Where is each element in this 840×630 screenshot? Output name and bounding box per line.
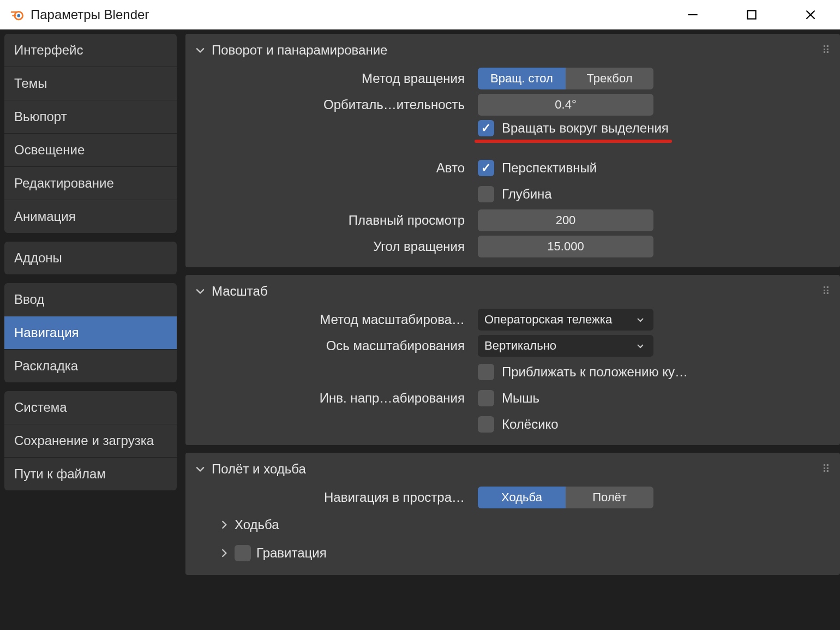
chevron-down-icon[interactable] (194, 44, 206, 56)
preferences-main: Поворот и панарамирование ⠿ Метод вращен… (185, 34, 840, 630)
sidebar-item[interactable]: Интерфейс (4, 34, 177, 67)
label-rotation-angle: Угол вращения (185, 239, 478, 254)
drag-grip-icon[interactable]: ⠿ (822, 466, 831, 472)
zoom-axis-dropdown[interactable]: Вертикально (478, 335, 653, 357)
subpanel-walk-label: Ходьба (235, 517, 279, 532)
zoom-to-mouse-label: Приближать к положению ку… (502, 364, 688, 380)
chevron-down-icon (634, 341, 647, 350)
label-zoom-axis: Ось масштабирования (185, 338, 478, 353)
blender-icon (10, 8, 24, 22)
sidebar-item[interactable]: Система (4, 391, 177, 424)
zoom-to-mouse-checkbox[interactable] (478, 364, 494, 380)
titlebar: Параметры Blender (0, 0, 840, 29)
sidebar-item[interactable]: Аддоны (4, 242, 177, 274)
gravity-checkbox[interactable] (235, 545, 251, 561)
orbit-sensitivity-field[interactable]: 0.4° (478, 94, 653, 116)
sidebar-item[interactable]: Сохранение и загрузка (4, 424, 177, 458)
toggle-option[interactable]: Вращ. стол (478, 68, 566, 89)
chevron-down-icon[interactable] (194, 285, 206, 297)
label-smooth-view: Плавный просмотр (185, 213, 478, 228)
chevron-right-icon (218, 547, 230, 559)
chevron-right-icon (218, 519, 230, 531)
sidebar-item[interactable]: Темы (4, 67, 177, 100)
svg-point-1 (17, 14, 20, 17)
chevron-down-icon (634, 315, 647, 324)
orbit-around-selection-checkbox[interactable] (478, 120, 494, 136)
invert-wheel-checkbox[interactable] (478, 416, 494, 433)
auto-depth-label: Глубина (502, 187, 552, 202)
subpanel-gravity-label: Гравитация (256, 545, 327, 561)
sidebar-item[interactable]: Освещение (4, 134, 177, 167)
label-orbit-sensitivity: Орбиталь…ительность (185, 97, 478, 112)
invert-wheel-label: Колёсико (502, 417, 559, 432)
sidebar-item[interactable]: Вьюпорт (4, 100, 177, 134)
panel-title: Масштаб (212, 284, 268, 299)
view-navigation-toggle[interactable]: ХодьбаПолёт (478, 487, 653, 508)
rotation-angle-field[interactable]: 15.000 (478, 236, 653, 257)
sidebar-item[interactable]: Анимация (4, 200, 177, 233)
auto-perspective-label: Перспективный (502, 160, 597, 176)
sidebar-item[interactable]: Раскладка (4, 350, 177, 382)
panel-title: Полёт и ходьба (212, 461, 306, 477)
chevron-down-icon[interactable] (194, 463, 206, 475)
svg-rect-3 (747, 10, 755, 19)
toggle-option[interactable]: Полёт (566, 487, 653, 508)
sidebar-item[interactable]: Пути к файлам (4, 458, 177, 490)
label-zoom-method: Метод масштабирова… (185, 312, 478, 327)
sidebar-item[interactable]: Ввод (4, 283, 177, 316)
invert-mouse-checkbox[interactable] (478, 390, 494, 406)
orbit-method-toggle[interactable]: Вращ. столТрекбол (478, 68, 653, 89)
sidebar-item[interactable]: Редактирование (4, 167, 177, 200)
label-orbit-method: Метод вращения (185, 71, 478, 86)
subpanel-gravity[interactable]: Гравитация (185, 539, 840, 567)
window-maximize-button[interactable] (722, 0, 781, 29)
invert-mouse-label: Мышь (502, 391, 539, 406)
window-title: Параметры Blender (31, 7, 149, 22)
subpanel-walk[interactable]: Ходьба (185, 511, 840, 539)
panel-title: Поворот и панарамирование (212, 43, 387, 58)
toggle-option[interactable]: Трекбол (566, 68, 653, 89)
panel-orbit-pan: Поворот и панарамирование ⠿ Метод вращен… (185, 34, 840, 267)
label-invert-zoom: Инв. напр…абирования (185, 391, 478, 406)
sidebar-item[interactable]: Навигация (4, 316, 177, 350)
label-auto: Авто (185, 160, 478, 176)
label-view-navigation: Навигация в простра… (185, 490, 478, 505)
preferences-sidebar: ИнтерфейсТемыВьюпортОсвещениеРедактирова… (4, 34, 177, 630)
zoom-method-dropdown[interactable]: Операторская тележка (478, 309, 653, 331)
panel-zoom: Масштаб ⠿ Метод масштабирова… Операторск… (185, 275, 840, 445)
auto-depth-checkbox[interactable] (478, 186, 494, 202)
window-minimize-button[interactable] (663, 0, 722, 29)
drag-grip-icon[interactable]: ⠿ (822, 288, 831, 295)
toggle-option[interactable]: Ходьба (478, 487, 566, 508)
drag-grip-icon[interactable]: ⠿ (822, 47, 831, 53)
auto-perspective-checkbox[interactable] (478, 160, 494, 176)
window-close-button[interactable] (781, 0, 840, 29)
orbit-around-selection-label: Вращать вокруг выделения (502, 121, 669, 136)
panel-fly-walk: Полёт и ходьба ⠿ Навигация в простра… Хо… (185, 453, 840, 575)
smooth-view-field[interactable]: 200 (478, 209, 653, 231)
